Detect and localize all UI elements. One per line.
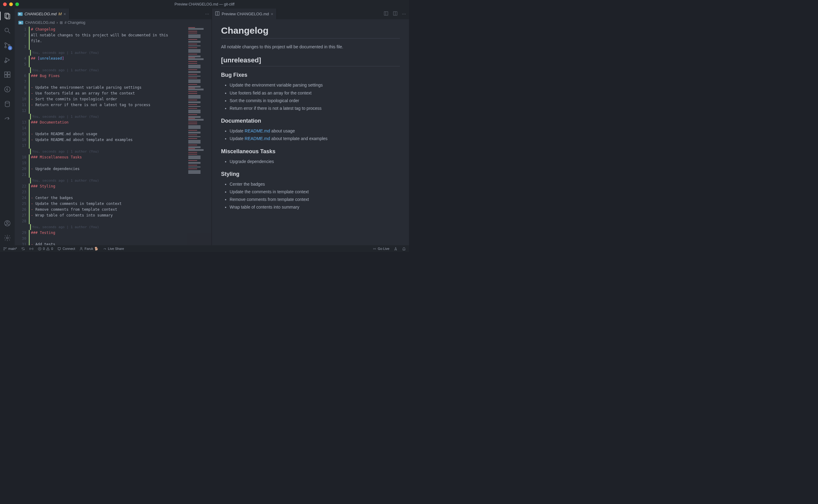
database-icon[interactable] bbox=[0, 98, 15, 110]
code-line[interactable] bbox=[29, 172, 187, 178]
code-line[interactable] bbox=[29, 189, 187, 195]
code-line[interactable] bbox=[29, 160, 187, 166]
source-control-icon[interactable]: 1 bbox=[0, 39, 15, 51]
code-line[interactable] bbox=[29, 236, 187, 242]
line-number[interactable]: 1 bbox=[15, 27, 26, 32]
golive-status[interactable]: Go Live bbox=[373, 247, 389, 251]
tab-preview[interactable]: Preview CHANGELOG.md × bbox=[212, 9, 277, 19]
preview-link[interactable]: README.md bbox=[245, 128, 270, 133]
line-number[interactable]: 13 bbox=[15, 120, 26, 125]
sync-status[interactable] bbox=[21, 247, 25, 251]
branch-status[interactable]: main* bbox=[3, 247, 17, 251]
code-line[interactable] bbox=[29, 143, 187, 149]
line-number[interactable]: 18 bbox=[15, 154, 26, 160]
line-number[interactable]: 6 bbox=[15, 73, 26, 79]
line-number[interactable]: 8 bbox=[15, 85, 26, 91]
code-line[interactable]: - Update the environment variable parsin… bbox=[29, 85, 187, 91]
code-line[interactable]: - Return error if there is not a latest … bbox=[29, 102, 187, 108]
window-close-button[interactable] bbox=[3, 2, 7, 6]
line-number[interactable]: 16 bbox=[15, 137, 26, 143]
code-line[interactable] bbox=[29, 218, 187, 224]
code-line[interactable]: - Update the comments in template contex… bbox=[29, 201, 187, 207]
code-editor[interactable]: 1234567891011121314151617181920212223242… bbox=[15, 26, 212, 245]
thunder-icon[interactable] bbox=[0, 83, 15, 95]
open-changes-icon[interactable] bbox=[384, 11, 389, 17]
line-number[interactable]: 9 bbox=[15, 91, 26, 96]
line-number[interactable]: 7 bbox=[15, 79, 26, 85]
connect-status[interactable]: Connect bbox=[57, 247, 75, 251]
code-line[interactable]: - Wrap table of contents into summary bbox=[29, 213, 187, 218]
line-number[interactable]: 26 bbox=[15, 207, 26, 213]
code-line[interactable]: file. bbox=[29, 38, 187, 44]
code-line[interactable]: - Center the badges bbox=[29, 195, 187, 201]
tab-changelog[interactable]: M↓ CHANGELOG.md M × bbox=[15, 9, 69, 19]
code-line[interactable]: ### Testing bbox=[29, 230, 187, 236]
extensions-icon[interactable] bbox=[0, 69, 15, 81]
line-number[interactable]: 11 bbox=[15, 102, 26, 108]
markdown-preview[interactable]: ChangelogAll notable changes to this pro… bbox=[212, 19, 409, 245]
code-line[interactable]: ### Documentation bbox=[29, 120, 187, 125]
preview-tab-close[interactable]: × bbox=[271, 12, 273, 17]
line-number[interactable]: 24 bbox=[15, 195, 26, 201]
line-number[interactable]: 3 bbox=[15, 44, 26, 50]
line-number[interactable]: 17 bbox=[15, 143, 26, 149]
code-line[interactable] bbox=[29, 61, 187, 67]
code-line[interactable]: ### Styling bbox=[29, 183, 187, 189]
line-number[interactable]: 23 bbox=[15, 189, 26, 195]
code-line[interactable]: - Use footers field as an array for the … bbox=[29, 91, 187, 96]
code-line[interactable]: - Add tests bbox=[29, 242, 187, 245]
breadcrumb[interactable]: M↓ CHANGELOG.md › ⊞ # Changelog bbox=[15, 19, 212, 26]
code-line[interactable]: # Changelog bbox=[29, 27, 187, 32]
code-line[interactable] bbox=[29, 108, 187, 114]
line-number[interactable]: 21 bbox=[15, 172, 26, 178]
line-number[interactable] bbox=[15, 38, 26, 44]
line-number[interactable]: 29 bbox=[15, 230, 26, 236]
problems-status[interactable]: 0 0 bbox=[38, 247, 53, 251]
line-number[interactable]: 31 bbox=[15, 242, 26, 245]
line-number[interactable]: 20 bbox=[15, 166, 26, 172]
remote-status[interactable] bbox=[29, 247, 33, 251]
line-number[interactable]: 15 bbox=[15, 131, 26, 137]
code-line[interactable] bbox=[29, 44, 187, 50]
line-number[interactable]: 19 bbox=[15, 160, 26, 166]
run-debug-icon[interactable] bbox=[0, 54, 15, 66]
code-line[interactable]: ## [unreleased] bbox=[29, 56, 187, 61]
code-line[interactable] bbox=[29, 79, 187, 85]
code-line[interactable]: ### Miscellaneous Tasks bbox=[29, 154, 187, 160]
line-number[interactable]: 28 bbox=[15, 218, 26, 224]
line-number[interactable]: 27 bbox=[15, 213, 26, 218]
settings-icon[interactable] bbox=[0, 232, 15, 244]
line-number[interactable]: 2 bbox=[15, 32, 26, 38]
line-number[interactable]: 22 bbox=[15, 183, 26, 189]
user-status[interactable]: Faruk 🐕 bbox=[79, 247, 98, 251]
window-minimize-button[interactable] bbox=[9, 2, 13, 6]
window-zoom-button[interactable] bbox=[15, 2, 19, 6]
line-number[interactable]: 4 bbox=[15, 56, 26, 61]
code-line[interactable]: - Upgrade dependencies bbox=[29, 166, 187, 172]
tab-close-button[interactable]: × bbox=[64, 12, 66, 17]
minimap[interactable] bbox=[187, 26, 212, 245]
code-line[interactable]: All notable changes to this project will… bbox=[29, 32, 187, 38]
search-icon[interactable] bbox=[0, 24, 15, 37]
line-number[interactable]: 30 bbox=[15, 236, 26, 242]
preview-link[interactable]: README.md bbox=[245, 136, 270, 141]
line-number[interactable]: 14 bbox=[15, 125, 26, 131]
more-actions-icon[interactable]: ⋯ bbox=[402, 12, 406, 16]
code-line[interactable]: - Update README.md about usage bbox=[29, 131, 187, 137]
line-number[interactable]: 5 bbox=[15, 61, 26, 67]
code-line[interactable]: - Update README.md about template and ex… bbox=[29, 137, 187, 143]
line-number[interactable]: 10 bbox=[15, 96, 26, 102]
more-actions-icon[interactable]: ⋯ bbox=[205, 12, 209, 16]
code-line[interactable]: - Sort the commits in topological order bbox=[29, 96, 187, 102]
explorer-icon[interactable] bbox=[0, 10, 15, 22]
code-line[interactable]: ### Bug Fixes bbox=[29, 73, 187, 79]
account-icon[interactable] bbox=[0, 217, 15, 229]
line-number[interactable]: 25 bbox=[15, 201, 26, 207]
liveshare-status[interactable]: Live Share bbox=[103, 247, 124, 251]
code-line[interactable]: - Remove comments from template context bbox=[29, 207, 187, 213]
code-line[interactable] bbox=[29, 125, 187, 131]
bell-icon[interactable] bbox=[402, 247, 406, 251]
split-editor-icon[interactable] bbox=[393, 11, 398, 17]
share-icon[interactable] bbox=[0, 113, 15, 125]
feedback-icon[interactable] bbox=[394, 247, 398, 251]
